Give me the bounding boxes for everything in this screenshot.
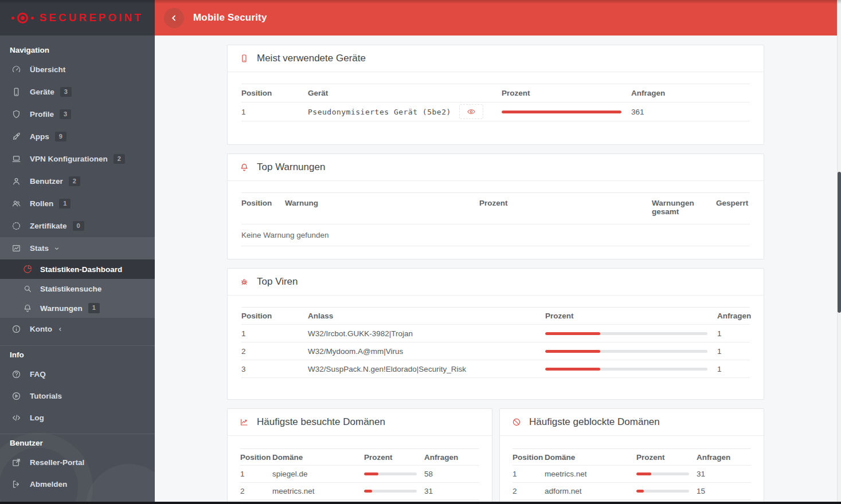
empty-message: Keine Warnung gefunden [241, 231, 750, 239]
progress-bar [545, 350, 600, 353]
sidebar-item-statistikensuche[interactable]: Statistikensuche [0, 279, 155, 298]
sidebar-item-apps[interactable]: Apps 9 [0, 125, 155, 148]
logout-icon [10, 479, 22, 489]
card-title: Meist verwendete Geräte [257, 53, 366, 64]
cell-domaene: adform.net [545, 487, 636, 495]
cell-position: 1 [240, 470, 272, 478]
cell-prozent [364, 490, 424, 493]
count-badge: 3 [60, 87, 72, 97]
cell-domaene: meetrics.net [545, 470, 636, 478]
scrollbar-track[interactable] [837, 0, 841, 504]
sidebar-item-faq[interactable]: FAQ [0, 363, 155, 385]
view-device-button[interactable] [459, 104, 483, 119]
code-icon [10, 413, 22, 423]
count-badge: 2 [69, 176, 80, 186]
col-anfragen: Anfragen [697, 453, 751, 462]
device-name: Pseudonymisiertes Gerät (5be2) [308, 108, 451, 116]
col-warnung: Warnung [285, 199, 479, 207]
table-row: 2 W32/Mydoom.A@mm|Virus 1 [241, 342, 750, 360]
sidebar-item-reseller-portal[interactable]: Reseller-Portal [0, 451, 155, 473]
sidebar-item-rollen[interactable]: Rollen 1 [0, 192, 155, 215]
logo-dot-icon [11, 17, 14, 19]
sidebar-item-log[interactable]: Log [0, 407, 155, 428]
col-warnungen-gesamt: Warnungen gesamt [652, 199, 716, 216]
cell-prozent [545, 350, 717, 353]
card-top-warnungen: Top Warnungen Position Warnung Prozent W… [227, 153, 764, 259]
cell-anlass: W32/Mydoom.A@mm|Virus [308, 347, 545, 356]
bell-icon [240, 163, 249, 172]
cell-anfragen: 1 [717, 347, 750, 356]
sidebar-item-benutzer[interactable]: Benutzer 2 [0, 170, 155, 192]
count-badge: 1 [88, 303, 100, 313]
col-position: Position [513, 453, 545, 462]
table-row: 1 Pseudonymisiertes Gerät (5be2) 361 [241, 103, 750, 121]
table-header-row: Position Domäne Prozent Anfragen [513, 448, 751, 466]
cell-prozent [636, 472, 697, 475]
table-header-row: Position Anlass Prozent Anfragen [241, 307, 750, 325]
count-badge: 9 [55, 132, 67, 141]
col-anfragen: Anfragen [631, 89, 750, 97]
cell-position: 3 [241, 365, 308, 373]
progress-bar [545, 332, 600, 335]
back-button[interactable] [164, 8, 184, 28]
table-row: 1 spiegel.de 58 [240, 466, 479, 483]
chevron-left-icon [169, 13, 179, 23]
brand-logo[interactable]: SECUREPOINT [0, 0, 155, 36]
col-anfragen: Anfragen [424, 453, 479, 462]
cell-position: 1 [241, 329, 308, 338]
col-domaene: Domäne [272, 453, 364, 462]
card-top-viren: Top Viren Position Anlass Prozent Anfrag… [227, 268, 764, 400]
certificate-seal-icon [10, 221, 22, 231]
cell-prozent [545, 368, 717, 371]
table-header-row: Position Gerät Prozent Anfragen [241, 84, 750, 103]
cell-prozent [545, 332, 717, 335]
sidebar-item-tutorials[interactable]: Tutorials [0, 385, 155, 407]
cell-prozent [636, 490, 697, 493]
cell-position: 2 [513, 487, 545, 495]
users-group-icon [10, 199, 22, 208]
sidebar-item-statistiken-dashboard[interactable]: Statistiken-Dashboard [0, 259, 155, 279]
sidebar-item-geraete[interactable]: Geräte 3 [0, 81, 155, 103]
card-title: Top Viren [257, 276, 298, 288]
chevron-down-icon [53, 245, 60, 252]
cell-anfragen: 15 [697, 487, 751, 495]
count-badge: 1 [59, 199, 71, 208]
cell-position: 2 [241, 347, 308, 356]
card-title: Häufigste geblockte Domänen [529, 416, 660, 428]
scrollbar-thumb[interactable] [838, 172, 841, 313]
col-geraet: Gerät [308, 89, 502, 97]
cell-anfragen: 58 [424, 470, 479, 478]
sidebar-item-stats[interactable]: Stats [0, 237, 155, 259]
main-content: Meist verwendete Geräte Position Gerät P… [155, 36, 837, 502]
card-haeufigste-besuchte-domaenen: Häufigste besuchte Domänen Position Domä… [227, 408, 492, 502]
progress-bar [545, 368, 600, 371]
chevron-left-icon [57, 326, 64, 333]
sidebar-item-vpn-konfigurationen[interactable]: VPN Konfigurationen 2 [0, 148, 155, 170]
col-position: Position [241, 312, 308, 320]
page-title: Mobile Security [193, 12, 267, 23]
table-row: 1 W32/Ircbot.GUKK-3982|Trojan 1 [241, 325, 750, 342]
stats-group: Stats Statistiken-Dashboard Statistikens… [0, 237, 155, 318]
cell-anlass: W32/Ircbot.GUKK-3982|Trojan [308, 329, 545, 338]
ban-icon [512, 418, 521, 427]
gauge-icon [10, 65, 22, 74]
count-badge: 2 [114, 154, 125, 164]
col-position: Position [241, 199, 285, 207]
external-link-icon [10, 458, 22, 467]
sidebar-item-warnungen[interactable]: Warnungen 1 [0, 298, 155, 318]
cell-position: 1 [513, 470, 545, 478]
sidebar-item-abmelden[interactable]: Abmelden [0, 473, 155, 495]
eye-icon [467, 107, 476, 116]
cell-position: 2 [240, 487, 272, 495]
sidebar-item-zertifikate[interactable]: Zertifikate 0 [0, 215, 155, 237]
col-position: Position [240, 453, 272, 462]
sidebar-item-uebersicht[interactable]: Übersicht [0, 58, 155, 81]
logo-ring-icon [17, 13, 28, 23]
sidebar-item-profile[interactable]: Profile 3 [0, 103, 155, 125]
table-header-row: Position Domäne Prozent Anfragen [240, 448, 479, 466]
sidebar-nav: Navigation Übersicht Geräte 3 Profile 3 … [0, 36, 155, 495]
sidebar-item-konto[interactable]: Konto [0, 318, 155, 340]
nav-section-benutzer: Benutzer [0, 434, 155, 451]
line-chart-icon [240, 418, 249, 427]
table-row: 2 adform.net 15 [513, 483, 751, 500]
